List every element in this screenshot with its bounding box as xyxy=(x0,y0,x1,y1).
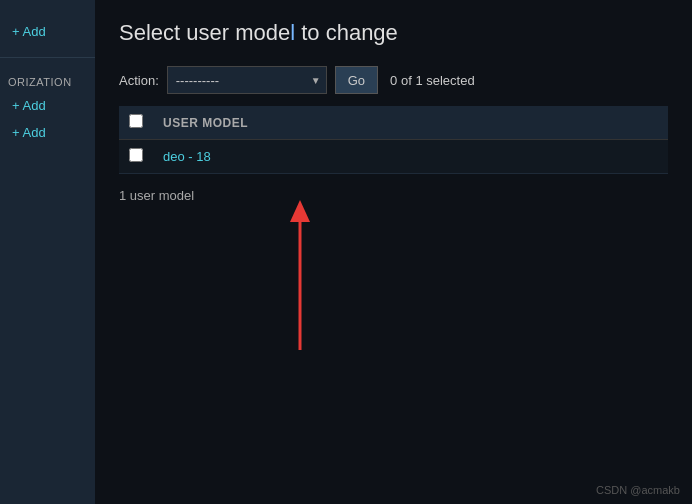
sidebar-add-section-1: + Add xyxy=(0,10,95,53)
main-content: Select user model to change Action: ----… xyxy=(95,0,692,504)
action-label: Action: xyxy=(119,73,159,88)
page-title: Select user model to change xyxy=(119,20,668,46)
arrow-annotation xyxy=(280,200,320,363)
go-button[interactable]: Go xyxy=(335,66,378,94)
plus-icon-1: + Add xyxy=(12,24,46,39)
user-model-table: USER MODEL deo - 18 xyxy=(119,106,668,174)
user-model-column-header: USER MODEL xyxy=(153,106,668,140)
action-select[interactable]: ---------- Delete selected user models xyxy=(167,66,327,94)
row-checkbox-cell xyxy=(119,140,153,174)
sidebar-add-button-2[interactable]: + Add xyxy=(0,92,95,119)
sidebar-add-button-1[interactable]: + Add xyxy=(0,18,95,45)
sidebar-orization-section: ORIZATION + Add + Add xyxy=(0,62,95,154)
action-bar: Action: ---------- Delete selected user … xyxy=(119,66,668,94)
table-row: deo - 18 xyxy=(119,140,668,174)
watermark: CSDN @acmakb xyxy=(596,484,680,496)
row-link-cell: deo - 18 xyxy=(153,140,668,174)
plus-icon-3: + Add xyxy=(12,125,46,140)
sidebar-add-button-3[interactable]: + Add xyxy=(0,119,95,146)
row-count: 1 user model xyxy=(119,184,668,207)
user-model-link-1[interactable]: deo - 18 xyxy=(163,149,211,164)
sidebar: + Add ORIZATION + Add + Add xyxy=(0,0,95,504)
column-header-label: USER MODEL xyxy=(163,116,248,130)
sidebar-divider-1 xyxy=(0,57,95,58)
header-checkbox-cell xyxy=(119,106,153,140)
highlight-char: l xyxy=(290,20,295,45)
arrow-icon xyxy=(280,200,320,360)
row-checkbox-1[interactable] xyxy=(129,148,143,162)
action-select-wrapper[interactable]: ---------- Delete selected user models xyxy=(167,66,327,94)
table-body: deo - 18 xyxy=(119,140,668,174)
plus-icon-2: + Add xyxy=(12,98,46,113)
sidebar-section-label: ORIZATION xyxy=(0,70,95,92)
table-header-row: USER MODEL xyxy=(119,106,668,140)
select-all-checkbox[interactable] xyxy=(129,114,143,128)
selected-count: 0 of 1 selected xyxy=(390,73,475,88)
